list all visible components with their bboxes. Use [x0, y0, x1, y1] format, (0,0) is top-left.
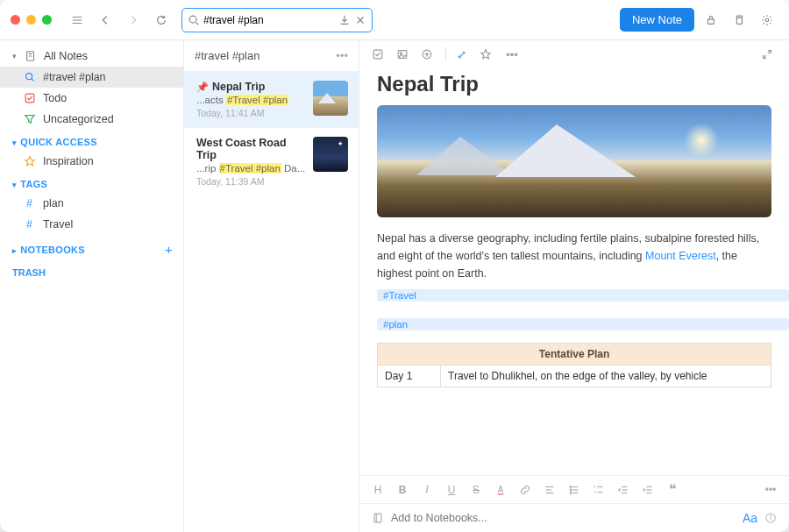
add-notebook-button[interactable]: +: [165, 242, 173, 257]
quote-button[interactable]: ❝: [666, 481, 679, 498]
sidebar-item-uncategorized[interactable]: Uncategorized: [0, 109, 183, 130]
note-card-excerpt: ...rip #Travel #plan Da...: [196, 163, 306, 174]
outdent-button[interactable]: [617, 484, 629, 496]
notes-icon: [24, 50, 37, 62]
sidebar-section-notebooks[interactable]: ▸NOTEBOOKS +: [0, 235, 183, 260]
expand-icon[interactable]: [761, 48, 777, 60]
hash-icon: #: [23, 197, 36, 209]
table-caption: Tentative Plan: [378, 344, 771, 365]
italic-button[interactable]: I: [421, 483, 433, 496]
svg-point-14: [25, 74, 32, 80]
sidebar-label: plan: [43, 197, 64, 209]
table-row[interactable]: Day 1 Travel to Dhulikhel, on the edge o…: [378, 365, 771, 387]
typography-button[interactable]: Aa: [743, 511, 757, 525]
sidebar-label: Uncategorized: [43, 113, 114, 125]
sidebar-section-quickaccess[interactable]: ▾QUICK ACCESS: [0, 130, 183, 151]
sidebar-tag-plan[interactable]: # plan: [0, 193, 183, 214]
note-card-title: Nepal Trip: [212, 81, 265, 93]
tag-plan[interactable]: #plan: [377, 318, 789, 330]
bottom-bar: Aa: [359, 503, 789, 532]
note-title[interactable]: Nepal Trip: [359, 68, 789, 105]
add-notebook-input[interactable]: [391, 512, 736, 524]
svg-point-35: [570, 492, 572, 493]
svg-marker-25: [481, 50, 491, 59]
svg-point-10: [765, 18, 769, 22]
save-search-icon[interactable]: [338, 14, 351, 26]
svg-point-21: [400, 53, 402, 54]
sidebar-item-trash[interactable]: TRASH: [0, 260, 183, 285]
editor-toolbar: •••: [359, 40, 789, 68]
search-box[interactable]: [181, 8, 373, 32]
indent-button[interactable]: [642, 484, 654, 496]
sidebar-item-search-result[interactable]: #travel #plan: [0, 67, 183, 88]
svg-rect-16: [25, 94, 34, 103]
sidebar-label: All Notes: [44, 50, 88, 62]
hash-icon: #: [23, 218, 36, 231]
svg-point-33: [570, 486, 572, 487]
svg-point-53: [770, 515, 771, 516]
image-tool-icon[interactable]: [396, 48, 412, 60]
svg-rect-8: [708, 19, 714, 24]
link-mount-everest[interactable]: Mount Everest: [645, 250, 716, 262]
pin-icon: 📌: [196, 82, 209, 93]
favorite-icon[interactable]: [480, 48, 495, 60]
note-card[interactable]: 📌 Nepal Trip ...acts #Travel #plan Today…: [184, 71, 359, 127]
plan-table[interactable]: Tentative Plan Day 1 Travel to Dhulikhel…: [377, 343, 771, 387]
note-body[interactable]: Nepal has a diverse geography, including…: [359, 217, 789, 289]
settings-icon[interactable]: [756, 9, 778, 32]
add-tool-icon[interactable]: [421, 48, 437, 60]
heading-button[interactable]: H: [372, 484, 384, 496]
format-more-icon[interactable]: •••: [764, 484, 777, 496]
sidebar-label: Todo: [43, 92, 67, 104]
svg-marker-17: [25, 116, 34, 124]
forward-button[interactable]: [122, 9, 145, 32]
bold-button[interactable]: B: [396, 484, 409, 496]
note-card-title: West Coast Road Trip: [196, 137, 306, 161]
checkbox-tool-icon[interactable]: [372, 48, 387, 60]
app-window: New Note ▾ All Notes #travel: [0, 0, 789, 532]
pin-icon[interactable]: [455, 48, 471, 60]
tag-travel[interactable]: #Travel: [377, 289, 789, 301]
align-button[interactable]: [544, 484, 556, 496]
star-icon: [23, 155, 36, 167]
link-button[interactable]: [519, 484, 531, 496]
note-list-more-icon[interactable]: •••: [336, 49, 348, 62]
search-input[interactable]: [203, 14, 335, 26]
refresh-button[interactable]: [150, 9, 173, 32]
back-button[interactable]: [94, 9, 117, 32]
sidebar-section-tags[interactable]: ▾TAGS: [0, 172, 183, 193]
new-note-button[interactable]: New Note: [620, 8, 694, 32]
note-card-date: Today, 11:41 AM: [196, 108, 306, 118]
svg-rect-9: [736, 18, 742, 24]
clear-search-icon[interactable]: [354, 14, 366, 26]
number-list-button[interactable]: 12: [593, 484, 605, 496]
zoom-window-button[interactable]: [42, 15, 52, 25]
note-card-thumbnail: [313, 81, 348, 116]
svg-marker-18: [25, 157, 34, 166]
lock-icon[interactable]: [700, 9, 722, 32]
note-card-excerpt: ...acts #Travel #plan: [196, 95, 306, 105]
sidebar-item-todo[interactable]: Todo: [0, 88, 183, 109]
close-window-button[interactable]: [11, 15, 20, 25]
note-list-header: #travel #plan •••: [184, 40, 359, 71]
sidebar-item-all-notes[interactable]: ▾ All Notes: [0, 46, 183, 67]
sidebar-tag-travel[interactable]: # Travel: [0, 214, 183, 235]
underline-button[interactable]: U: [445, 484, 458, 496]
strike-button[interactable]: S: [470, 484, 482, 496]
filter-icon: [23, 113, 36, 125]
svg-text:2: 2: [594, 490, 596, 494]
note-list: #travel #plan ••• 📌 Nepal Trip ...acts #…: [184, 40, 359, 532]
sidebar-label: #travel #plan: [43, 71, 106, 83]
svg-point-3: [189, 16, 196, 23]
text-color-button[interactable]: [494, 484, 507, 496]
checkbox-icon: [23, 92, 36, 104]
svg-line-15: [31, 79, 33, 82]
more-icon[interactable]: •••: [504, 48, 520, 61]
copy-icon[interactable]: [728, 9, 750, 32]
note-card[interactable]: West Coast Road Trip ...rip #Travel #pla…: [184, 127, 359, 195]
minimize-window-button[interactable]: [26, 15, 36, 25]
bullet-list-button[interactable]: [568, 484, 580, 496]
info-icon[interactable]: [764, 512, 777, 524]
sidebar-toggle-icon[interactable]: [66, 9, 89, 32]
sidebar-item-inspiration[interactable]: Inspiration: [0, 151, 183, 172]
